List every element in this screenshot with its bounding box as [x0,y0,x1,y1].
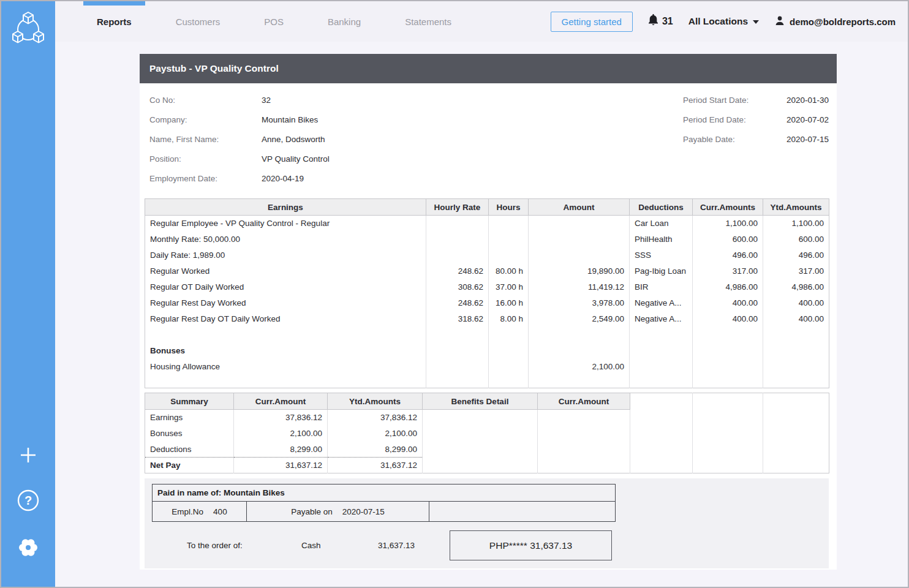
cell: 318.62 [426,311,489,327]
tab-label: Statements [405,17,451,27]
cell: Regular Employee - VP Quality Control - … [145,216,426,232]
cell: 8.00 h [489,311,529,327]
add-button[interactable] [18,445,38,467]
info-row: Period End Date:2020-07-02 [683,114,829,126]
info-row: Employment Date:2020-04-19 [149,173,330,184]
settings-button[interactable] [17,536,40,561]
tab-customers[interactable]: Customers [154,1,243,42]
cell [538,458,630,473]
tab-pos[interactable]: POS [242,1,306,42]
tab-label: Customers [176,17,221,27]
order-row: To the order of: Cash 31,637.13 PHP*****… [187,530,829,560]
table-header-row: Summary Curr.Amount Ytd.Amounts Benefits… [145,393,829,410]
cell: 496.00 [763,247,829,263]
empty-column [630,393,693,473]
cell: 308.62 [426,279,489,295]
cell [489,247,529,263]
tab-banking[interactable]: Banking [306,1,383,42]
tab-reports[interactable]: Reports [75,1,154,42]
cell [693,375,763,388]
report-title: Paystub - VP Quality Control [149,63,279,74]
info-value: Anne, Dodsworth [262,134,325,145]
topbar-right: Getting started 31 All Locations [551,12,908,32]
empty-cell [429,502,615,521]
cell [426,343,489,359]
info-value: 32 [262,94,271,106]
employee-info: Co No:32 Company:Mountain Bikes Name, Fi… [140,83,837,192]
chevron-down-icon [753,20,759,24]
table-row: Regular Employee - VP Quality Control - … [145,216,829,232]
getting-started-button[interactable]: Getting started [551,12,633,32]
cell: Regular OT Daily Worked [145,279,426,295]
help-button[interactable]: ? [17,489,40,514]
info-label: Position: [149,153,262,165]
cell: 317.00 [763,263,829,279]
report-title-bar: Paystub - VP Quality Control [140,54,837,83]
cell [529,343,630,359]
cell [423,458,538,473]
column-header: Curr.Amount [234,393,328,410]
table-row: Regular OT Daily Worked308.6237.00 h11,4… [145,279,829,295]
cell [489,216,529,232]
notifications-button[interactable]: 31 [648,14,673,29]
cell [529,375,630,388]
report-viewer: Paystub - VP Quality Control Co No:32 Co… [55,42,908,587]
payable-on-label: Payable on [291,507,333,516]
tab-label: POS [264,17,284,27]
cell: Bonuses [145,426,234,442]
table-header-row: Earnings Hourly Rate Hours Amount Deduct… [145,199,829,216]
app-logo[interactable] [12,11,45,50]
cell: 2,100.00 [529,359,630,375]
empl-no-label: Empl.No [172,507,203,516]
tab-label: Reports [97,17,132,27]
info-row: Company:Mountain Bikes [149,114,330,126]
cell: 2,100.00 [328,426,423,442]
info-label: Employment Date: [149,173,262,184]
cell: Housing Allowance [145,359,426,375]
cell [538,410,630,426]
cell: 317.00 [693,263,763,279]
location-selector[interactable]: All Locations [688,16,759,27]
cell: 248.62 [426,263,489,279]
check-section: Paid in name of: Mountain Bikes Empl.No … [145,478,829,568]
to-the-order-of-label: To the order of: [187,541,279,550]
tab-statements[interactable]: Statements [383,1,473,42]
info-value: Mountain Bikes [262,114,318,126]
info-value: 2020-07-02 [786,114,829,126]
column-header: Earnings [145,199,426,216]
cell: Negative A... [630,295,693,311]
column-header: Benefits Detail [423,393,538,410]
cell: 2,100.00 [234,426,328,442]
cell [529,327,630,343]
user-icon [774,15,785,28]
account-menu[interactable]: demo@boldreports.com [774,15,896,28]
account-email: demo@boldreports.com [790,17,896,27]
info-row: Co No:32 [149,94,330,106]
nav-tabs: Reports Customers POS Banking Statements [75,1,473,42]
cell: 3,978.00 [529,295,630,311]
cell [693,359,763,375]
cell: Monthly Rate: 50,000.00 [145,232,426,247]
cell: 600.00 [693,232,763,247]
cell: 19,890.00 [529,263,630,279]
app-window: ? Reports Customers [0,0,909,588]
employee-info-left: Co No:32 Company:Mountain Bikes Name, Fi… [149,94,330,192]
cell [426,327,489,343]
cell: Deductions [145,442,234,458]
cell: 37.00 h [489,279,529,295]
column-header: Curr.Amounts [693,199,763,216]
payable-on-value: 2020-07-15 [342,507,385,516]
cell: 600.00 [763,232,829,247]
column-header: Curr.Amount [538,393,630,410]
column-header: Hours [489,199,529,216]
cell [630,375,693,388]
cell [426,247,489,263]
earnings-table: Earnings Hourly Rate Hours Amount Deduct… [145,198,829,388]
info-row: Name, First Name:Anne, Dodsworth [149,134,330,145]
cell: Regular Rest Day OT Daily Worked [145,311,426,327]
column-header: Hourly Rate [426,199,489,216]
cell: 1,100.00 [693,216,763,232]
cell [763,327,829,343]
cell: 400.00 [763,311,829,327]
table-row [145,327,829,343]
